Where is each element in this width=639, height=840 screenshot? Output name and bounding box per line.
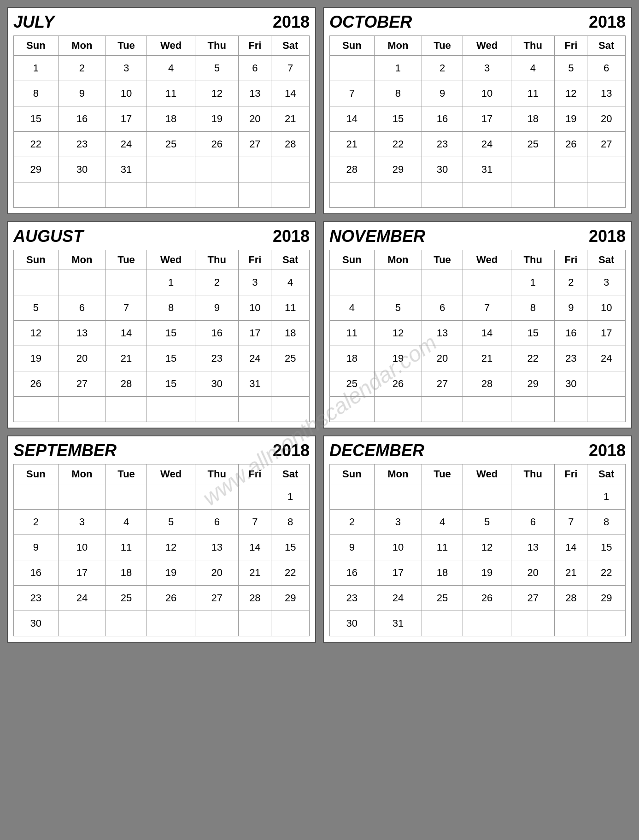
calendar-day: 10 [374,535,422,560]
calendar-day: 23 [14,586,59,611]
calendar-day [587,157,626,182]
calendar-day: 28 [106,371,147,397]
calendar-day: 11 [422,535,463,560]
calendar-day [422,397,463,422]
calendar-day: 14 [239,535,271,560]
calendar-day: 30 [555,371,587,397]
calendar-day: 18 [511,106,555,132]
september-year: 2018 [273,441,310,460]
calendar-day: 28 [271,132,310,157]
calendar-day: 25 [147,132,195,157]
calendar-day: 18 [330,346,375,371]
august-header: AUGUST2018 [13,227,310,246]
august-year: 2018 [273,227,310,246]
calendar-day: 18 [147,106,195,132]
calendar-day [555,611,587,636]
calendar-day: 19 [463,560,511,586]
calendar-day: 23 [422,132,463,157]
calendar-day [422,270,463,295]
calendar-day: 1 [147,270,195,295]
calendar-day [239,397,271,422]
calendar-day [555,157,587,182]
calendar-day [195,611,239,636]
calendar-day: 17 [587,321,626,346]
calendar-day: 27 [195,586,239,611]
calendar-day: 13 [58,321,106,346]
calendar-day: 12 [195,81,239,106]
calendar-day [463,611,511,636]
calendar-day: 2 [555,270,587,295]
calendar-day: 12 [555,81,587,106]
december-day-header: Tue [422,464,463,484]
calendar-day: 23 [58,132,106,157]
november-table: SunMonTueWedThuFriSat1234567891011121314… [329,250,626,422]
calendar-day: 18 [106,560,147,586]
calendar-day [106,611,147,636]
calendar-day: 10 [587,295,626,321]
calendar-day: 18 [271,321,310,346]
calendar-day: 13 [422,321,463,346]
july-day-header: Sat [271,36,310,56]
calendar-day [555,182,587,208]
calendar-day: 26 [555,132,587,157]
calendar-day: 30 [422,157,463,182]
calendar-day: 20 [422,346,463,371]
calendar-day: 2 [58,56,106,81]
september-header: SEPTEMBER2018 [13,441,310,460]
december-day-header: Sun [330,464,375,484]
calendar-day [463,397,511,422]
august-day-header: Wed [147,250,195,270]
calendar-day: 24 [106,132,147,157]
calendar-day: 3 [587,270,626,295]
october-header: OCTOBER2018 [329,12,626,32]
calendar-day: 19 [195,106,239,132]
calendar-day [106,484,147,510]
november-day-header: Sun [330,250,375,270]
calendar-day [422,484,463,510]
calendar-day: 3 [239,270,271,295]
calendar-day [195,182,239,208]
calendar-day [147,157,195,182]
calendar-day [58,270,106,295]
calendar-day [463,182,511,208]
calendar-day: 29 [511,371,555,397]
calendar-day: 31 [463,157,511,182]
calendar-day: 30 [195,371,239,397]
calendar-day: 12 [147,535,195,560]
calendar-day: 3 [58,510,106,535]
august-day-header: Sat [271,250,310,270]
calendar-december: DECEMBER2018SunMonTueWedThuFriSat1234567… [323,435,632,643]
calendar-day: 9 [195,295,239,321]
calendar-day: 28 [463,371,511,397]
calendar-day: 18 [422,560,463,586]
september-day-header: Mon [58,464,106,484]
calendar-day [330,397,375,422]
calendar-day: 1 [374,56,422,81]
november-month: NOVEMBER [329,227,425,246]
july-day-header: Mon [58,36,106,56]
august-day-header: Mon [58,250,106,270]
calendar-day: 11 [511,81,555,106]
calendar-day: 21 [555,560,587,586]
calendar-day: 8 [271,510,310,535]
calendar-day [422,182,463,208]
july-table: SunMonTueWedThuFriSat1234567891011121314… [13,35,310,208]
calendar-day: 30 [14,611,59,636]
calendar-day: 24 [587,346,626,371]
october-year: 2018 [589,12,626,32]
calendar-november: NOVEMBER2018SunMonTueWedThuFriSat1234567… [323,221,632,429]
december-day-header: Fri [555,464,587,484]
calendar-day: 24 [58,586,106,611]
july-header: JULY2018 [13,12,310,32]
calendar-day [555,397,587,422]
november-day-header: Thu [511,250,555,270]
august-day-header: Thu [195,250,239,270]
calendar-day: 8 [587,510,626,535]
calendar-day: 2 [195,270,239,295]
july-year: 2018 [273,12,310,32]
calendar-day: 26 [195,132,239,157]
calendar-day: 11 [106,535,147,560]
calendar-day: 13 [511,535,555,560]
calendar-day: 16 [14,560,59,586]
calendar-day: 27 [511,586,555,611]
